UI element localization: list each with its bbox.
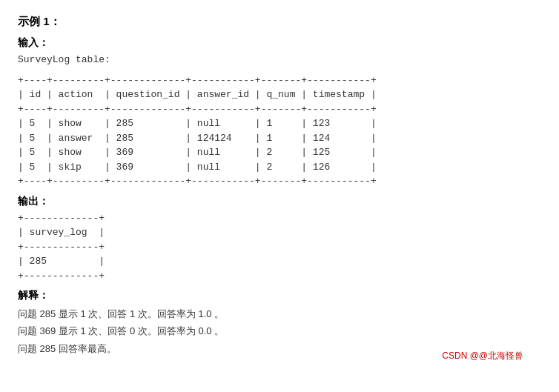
input-label: 输入： <box>18 36 541 50</box>
explanation-line-2: 问题 369 显示 1 次、回答 0 次。回答率为 0.0 。 <box>18 322 541 339</box>
output-table: +-------------+ | survey_log | +--------… <box>18 211 541 284</box>
input-table: +----+---------+-------------+----------… <box>18 73 541 189</box>
explanation-line-1: 问题 285 显示 1 次、回答 1 次。回答率为 1.0 。 <box>18 305 541 322</box>
table-description: SurveyLog table: <box>18 53 541 67</box>
page-wrapper: 示例 1： 输入： SurveyLog table: +----+-------… <box>18 15 541 377</box>
output-label: 输出： <box>18 195 541 208</box>
section-title: 示例 1： <box>18 15 541 29</box>
branding: CSDN @@北海怪兽 <box>442 350 523 362</box>
explanation-label: 解释： <box>18 289 541 302</box>
